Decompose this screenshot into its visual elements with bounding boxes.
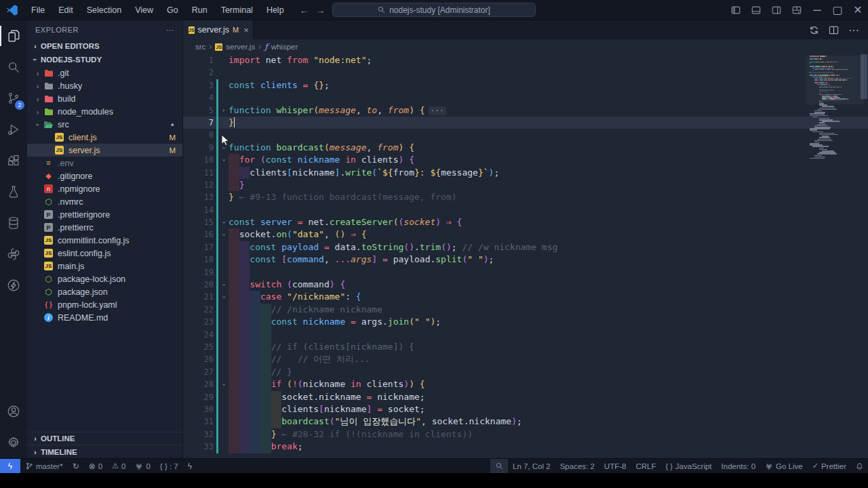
code-line-22[interactable]: 22// /nickname nickname — [183, 304, 868, 316]
code-line-10[interactable]: 10›for (const nickname in clients) { — [183, 154, 868, 166]
search-icon[interactable] — [0, 52, 27, 83]
nav-back-icon[interactable]: ← — [300, 5, 309, 16]
menu-go[interactable]: Go — [161, 3, 184, 17]
fold-expanded-icon[interactable]: › — [217, 218, 229, 227]
timeline-section[interactable]: › TIMELINE — [27, 445, 182, 458]
code-line-20[interactable]: 20›switch (command) { — [183, 279, 868, 291]
tree-item--nvmrc[interactable]: ⬡.nvmrc — [27, 195, 182, 208]
code-line-7[interactable]: 7} — [183, 117, 868, 129]
status-sync-changes[interactable]: ↻ — [68, 459, 84, 473]
code-line-17[interactable]: 17const payload = data.toString().trim()… — [183, 241, 868, 253]
minimap[interactable] — [810, 56, 859, 159]
explorer-more-actions-icon[interactable]: ⋯ — [166, 26, 174, 35]
tree-item--prettierrc[interactable]: P.prettierrc — [27, 221, 182, 234]
status-go-live[interactable]: Go Live — [760, 459, 808, 473]
status-screencast-zoom[interactable] — [490, 459, 508, 473]
status-thunder-client[interactable]: ϟ — [183, 459, 197, 473]
tree-item-commitlint-config-js[interactable]: JScommitlint.config.js — [27, 234, 182, 247]
menu-terminal[interactable]: Terminal — [215, 3, 259, 17]
fold-collapsed-icon[interactable]: › — [219, 104, 228, 117]
explorer-icon[interactable] — [0, 20, 27, 52]
code-line-4[interactable]: 4 — [183, 92, 868, 104]
status-errors[interactable]: ⊗0 — [84, 459, 107, 473]
workspace-root-section[interactable]: › NODEJS-STUDY — [27, 53, 182, 66]
status-warnings[interactable]: ⚠0 — [107, 459, 130, 473]
status-remote-indicator[interactable]: ϟ — [0, 459, 20, 473]
close-button[interactable]: ✕ — [848, 0, 868, 20]
open-changes-icon[interactable] — [809, 25, 819, 35]
tree-item-pnpm-lock-yaml[interactable]: { }pnpm-lock.yaml — [27, 298, 182, 311]
fold-expanded-icon[interactable]: › — [217, 156, 229, 165]
tree-item--npmignore[interactable]: n.npmignore — [27, 182, 182, 195]
code-line-11[interactable]: 11clients[nickname].write(`${from}: ${me… — [183, 167, 868, 179]
fold-expanded-icon[interactable]: › — [217, 281, 229, 289]
status-indentation[interactable]: Spaces: 2 — [555, 459, 599, 473]
breadcrumb-whisper[interactable]: whisper — [271, 43, 298, 51]
code-line-2[interactable]: 2 — [183, 66, 868, 79]
status-live-server-port[interactable]: 0 — [130, 459, 155, 473]
tab-server-js[interactable]: JS server.js M × — [183, 20, 254, 39]
code-line-9[interactable]: 9›function boardcast(message, from) { — [183, 142, 868, 154]
open-editors-section[interactable]: › OPEN EDITORS — [27, 39, 182, 53]
status-encoding[interactable]: UTF-8 — [599, 459, 631, 473]
editor-scrollbar[interactable] — [860, 54, 868, 458]
source-control-icon[interactable]: 2 — [0, 83, 27, 114]
nav-forward-icon[interactable]: → — [316, 5, 326, 16]
tree-item--husky[interactable]: ›.husky — [27, 79, 182, 92]
code-line-16[interactable]: 16›socket.on("data", () ⇒ { — [183, 228, 868, 241]
tree-item-readme-md[interactable]: iREADME.md — [27, 311, 182, 324]
run-debug-icon[interactable] — [0, 114, 27, 145]
tree-item-package-json[interactable]: ⬡package.json — [27, 285, 182, 298]
thunder-client-icon[interactable] — [0, 270, 27, 301]
status-bracket-count[interactable]: { } : 7 — [155, 459, 183, 473]
code-line-14[interactable]: 14 — [183, 204, 868, 216]
outline-section[interactable]: › OUTLINE — [27, 432, 182, 445]
menu-help[interactable]: Help — [260, 3, 290, 17]
menu-view[interactable]: View — [129, 3, 159, 17]
tree-item-src[interactable]: ›src● — [27, 118, 182, 131]
status-prettier[interactable]: ✓Prettier — [808, 459, 851, 473]
tree-item--env[interactable]: ≡.env — [27, 157, 182, 169]
toggle-primary-sidebar-icon[interactable] — [726, 0, 746, 20]
code-line-33[interactable]: 33break; — [183, 441, 868, 453]
command-center-search[interactable]: nodejs-study [Administrator] — [332, 3, 536, 17]
menu-edit[interactable]: Edit — [52, 3, 79, 17]
tree-item-main-js[interactable]: JSmain.js — [27, 260, 182, 272]
extensions-icon[interactable] — [0, 145, 27, 176]
code-line-13[interactable]: 13} ← #9-13 function boardcast(message, … — [183, 191, 868, 203]
account-icon[interactable] — [0, 396, 27, 427]
status-notifications-bell[interactable] — [851, 459, 868, 473]
code-line-18[interactable]: 18const [command, ...args] = payload.spl… — [183, 253, 868, 266]
code-line-21[interactable]: 21›case "/nickname": { — [183, 291, 868, 303]
code-line-25[interactable]: 25// if (clients[nickname]) { — [183, 341, 868, 353]
menu-selection[interactable]: Selection — [81, 3, 127, 17]
code-line-23[interactable]: 23const nickname = args.join(" "); — [183, 316, 868, 328]
testing-icon[interactable] — [0, 176, 27, 207]
tree-item-build[interactable]: ›build — [27, 92, 182, 105]
status-indents[interactable]: Indents: 0 — [717, 459, 761, 473]
status-cursor-position[interactable]: Ln 7, Col 2 — [508, 459, 555, 473]
tree-item-package-lock-json[interactable]: ⬡package-lock.json — [27, 272, 182, 285]
tree-item--git[interactable]: ›.git — [27, 66, 182, 79]
code-line-1[interactable]: 1import net from "node:net"; — [183, 54, 868, 66]
status-eol[interactable]: CRLF — [631, 459, 660, 473]
breadcrumb-server-js[interactable]: server.js — [226, 43, 255, 51]
tree-item-server-js[interactable]: JSserver.jsM — [27, 144, 182, 157]
code-line-8[interactable]: 8 — [183, 129, 868, 141]
tree-item--gitignore[interactable]: ◆.gitignore — [27, 169, 182, 182]
menu-run[interactable]: Run — [186, 3, 214, 17]
status-git-branch[interactable]: master* — [20, 459, 68, 473]
more-actions-icon[interactable]: ⋯ — [848, 24, 860, 37]
python-icon[interactable] — [0, 239, 27, 270]
fold-expanded-icon[interactable]: › — [217, 293, 229, 302]
status-language-mode[interactable]: { }JavaScript — [660, 459, 716, 473]
split-editor-icon[interactable] — [829, 25, 839, 35]
scrollbar-thumb[interactable] — [861, 54, 867, 99]
tree-item-node-modules[interactable]: ›node_modules — [27, 105, 182, 118]
database-icon[interactable] — [0, 207, 27, 239]
code-line-30[interactable]: 30clients[nickname] = socket; — [183, 403, 868, 415]
fold-expanded-icon[interactable]: › — [217, 230, 229, 239]
breadcrumb-src[interactable]: src — [195, 43, 205, 51]
menu-file[interactable]: File — [25, 3, 51, 17]
toggle-panel-icon[interactable] — [746, 0, 766, 20]
